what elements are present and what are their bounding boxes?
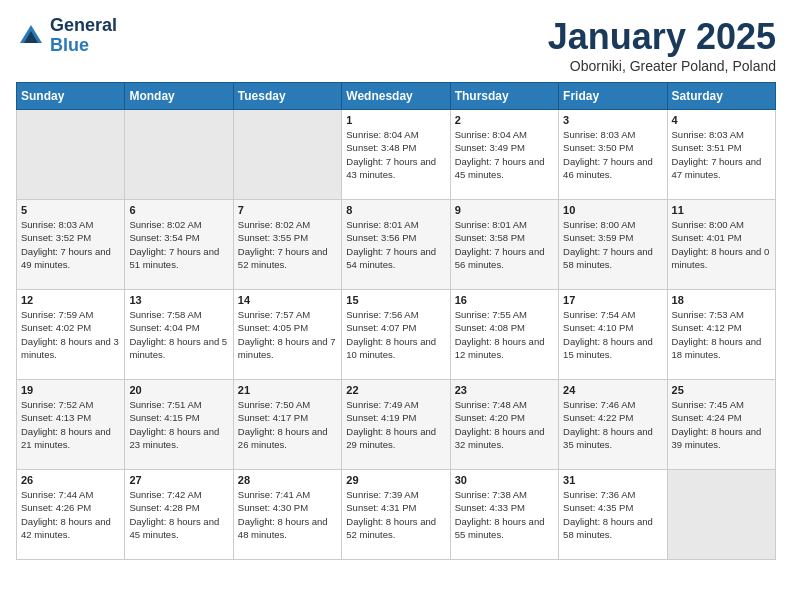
calendar-cell: 26Sunrise: 7:44 AMSunset: 4:26 PMDayligh… xyxy=(17,470,125,560)
calendar-cell: 27Sunrise: 7:42 AMSunset: 4:28 PMDayligh… xyxy=(125,470,233,560)
day-number: 4 xyxy=(672,114,771,126)
calendar-cell: 7Sunrise: 8:02 AMSunset: 3:55 PMDaylight… xyxy=(233,200,341,290)
day-number: 12 xyxy=(21,294,120,306)
calendar-cell: 6Sunrise: 8:02 AMSunset: 3:54 PMDaylight… xyxy=(125,200,233,290)
location-subtitle: Oborniki, Greater Poland, Poland xyxy=(548,58,776,74)
cell-content: Sunrise: 8:03 AMSunset: 3:50 PMDaylight:… xyxy=(563,128,662,181)
day-number: 24 xyxy=(563,384,662,396)
day-number: 9 xyxy=(455,204,554,216)
cell-content: Sunrise: 7:56 AMSunset: 4:07 PMDaylight:… xyxy=(346,308,445,361)
day-number: 11 xyxy=(672,204,771,216)
day-number: 3 xyxy=(563,114,662,126)
calendar-cell xyxy=(17,110,125,200)
cell-content: Sunrise: 7:59 AMSunset: 4:02 PMDaylight:… xyxy=(21,308,120,361)
day-number: 27 xyxy=(129,474,228,486)
calendar-cell: 11Sunrise: 8:00 AMSunset: 4:01 PMDayligh… xyxy=(667,200,775,290)
day-number: 25 xyxy=(672,384,771,396)
day-number: 17 xyxy=(563,294,662,306)
cell-content: Sunrise: 8:02 AMSunset: 3:55 PMDaylight:… xyxy=(238,218,337,271)
day-number: 23 xyxy=(455,384,554,396)
weekday-header: Friday xyxy=(559,83,667,110)
calendar-cell: 24Sunrise: 7:46 AMSunset: 4:22 PMDayligh… xyxy=(559,380,667,470)
calendar-cell: 23Sunrise: 7:48 AMSunset: 4:20 PMDayligh… xyxy=(450,380,558,470)
day-number: 19 xyxy=(21,384,120,396)
cell-content: Sunrise: 7:57 AMSunset: 4:05 PMDaylight:… xyxy=(238,308,337,361)
cell-content: Sunrise: 7:44 AMSunset: 4:26 PMDaylight:… xyxy=(21,488,120,541)
calendar-cell: 29Sunrise: 7:39 AMSunset: 4:31 PMDayligh… xyxy=(342,470,450,560)
cell-content: Sunrise: 7:36 AMSunset: 4:35 PMDaylight:… xyxy=(563,488,662,541)
cell-content: Sunrise: 7:45 AMSunset: 4:24 PMDaylight:… xyxy=(672,398,771,451)
calendar-cell: 10Sunrise: 8:00 AMSunset: 3:59 PMDayligh… xyxy=(559,200,667,290)
cell-content: Sunrise: 8:00 AMSunset: 3:59 PMDaylight:… xyxy=(563,218,662,271)
cell-content: Sunrise: 8:04 AMSunset: 3:49 PMDaylight:… xyxy=(455,128,554,181)
cell-content: Sunrise: 8:01 AMSunset: 3:58 PMDaylight:… xyxy=(455,218,554,271)
page-header: General Blue January 2025 Oborniki, Grea… xyxy=(16,16,776,74)
cell-content: Sunrise: 7:58 AMSunset: 4:04 PMDaylight:… xyxy=(129,308,228,361)
calendar-cell: 4Sunrise: 8:03 AMSunset: 3:51 PMDaylight… xyxy=(667,110,775,200)
weekday-header-row: SundayMondayTuesdayWednesdayThursdayFrid… xyxy=(17,83,776,110)
calendar-week-row: 19Sunrise: 7:52 AMSunset: 4:13 PMDayligh… xyxy=(17,380,776,470)
day-number: 13 xyxy=(129,294,228,306)
cell-content: Sunrise: 7:53 AMSunset: 4:12 PMDaylight:… xyxy=(672,308,771,361)
month-title: January 2025 xyxy=(548,16,776,58)
calendar-cell: 3Sunrise: 8:03 AMSunset: 3:50 PMDaylight… xyxy=(559,110,667,200)
cell-content: Sunrise: 7:39 AMSunset: 4:31 PMDaylight:… xyxy=(346,488,445,541)
day-number: 6 xyxy=(129,204,228,216)
cell-content: Sunrise: 8:03 AMSunset: 3:51 PMDaylight:… xyxy=(672,128,771,181)
cell-content: Sunrise: 7:46 AMSunset: 4:22 PMDaylight:… xyxy=(563,398,662,451)
weekday-header: Thursday xyxy=(450,83,558,110)
cell-content: Sunrise: 7:51 AMSunset: 4:15 PMDaylight:… xyxy=(129,398,228,451)
calendar-week-row: 1Sunrise: 8:04 AMSunset: 3:48 PMDaylight… xyxy=(17,110,776,200)
calendar-cell: 28Sunrise: 7:41 AMSunset: 4:30 PMDayligh… xyxy=(233,470,341,560)
calendar-cell: 30Sunrise: 7:38 AMSunset: 4:33 PMDayligh… xyxy=(450,470,558,560)
calendar-cell xyxy=(233,110,341,200)
day-number: 20 xyxy=(129,384,228,396)
day-number: 5 xyxy=(21,204,120,216)
day-number: 26 xyxy=(21,474,120,486)
calendar-cell xyxy=(667,470,775,560)
calendar-cell: 12Sunrise: 7:59 AMSunset: 4:02 PMDayligh… xyxy=(17,290,125,380)
cell-content: Sunrise: 8:03 AMSunset: 3:52 PMDaylight:… xyxy=(21,218,120,271)
day-number: 28 xyxy=(238,474,337,486)
weekday-header: Wednesday xyxy=(342,83,450,110)
cell-content: Sunrise: 8:04 AMSunset: 3:48 PMDaylight:… xyxy=(346,128,445,181)
title-block: January 2025 Oborniki, Greater Poland, P… xyxy=(548,16,776,74)
day-number: 15 xyxy=(346,294,445,306)
cell-content: Sunrise: 7:50 AMSunset: 4:17 PMDaylight:… xyxy=(238,398,337,451)
calendar-cell: 14Sunrise: 7:57 AMSunset: 4:05 PMDayligh… xyxy=(233,290,341,380)
weekday-header: Monday xyxy=(125,83,233,110)
calendar-table: SundayMondayTuesdayWednesdayThursdayFrid… xyxy=(16,82,776,560)
cell-content: Sunrise: 7:48 AMSunset: 4:20 PMDaylight:… xyxy=(455,398,554,451)
cell-content: Sunrise: 8:01 AMSunset: 3:56 PMDaylight:… xyxy=(346,218,445,271)
calendar-week-row: 5Sunrise: 8:03 AMSunset: 3:52 PMDaylight… xyxy=(17,200,776,290)
cell-content: Sunrise: 7:52 AMSunset: 4:13 PMDaylight:… xyxy=(21,398,120,451)
calendar-cell: 2Sunrise: 8:04 AMSunset: 3:49 PMDaylight… xyxy=(450,110,558,200)
day-number: 30 xyxy=(455,474,554,486)
calendar-cell: 19Sunrise: 7:52 AMSunset: 4:13 PMDayligh… xyxy=(17,380,125,470)
calendar-week-row: 12Sunrise: 7:59 AMSunset: 4:02 PMDayligh… xyxy=(17,290,776,380)
day-number: 7 xyxy=(238,204,337,216)
day-number: 18 xyxy=(672,294,771,306)
day-number: 31 xyxy=(563,474,662,486)
weekday-header: Tuesday xyxy=(233,83,341,110)
day-number: 16 xyxy=(455,294,554,306)
day-number: 22 xyxy=(346,384,445,396)
calendar-cell: 8Sunrise: 8:01 AMSunset: 3:56 PMDaylight… xyxy=(342,200,450,290)
day-number: 8 xyxy=(346,204,445,216)
calendar-cell: 31Sunrise: 7:36 AMSunset: 4:35 PMDayligh… xyxy=(559,470,667,560)
calendar-cell: 15Sunrise: 7:56 AMSunset: 4:07 PMDayligh… xyxy=(342,290,450,380)
day-number: 14 xyxy=(238,294,337,306)
calendar-cell: 18Sunrise: 7:53 AMSunset: 4:12 PMDayligh… xyxy=(667,290,775,380)
cell-content: Sunrise: 7:55 AMSunset: 4:08 PMDaylight:… xyxy=(455,308,554,361)
calendar-week-row: 26Sunrise: 7:44 AMSunset: 4:26 PMDayligh… xyxy=(17,470,776,560)
calendar-cell: 20Sunrise: 7:51 AMSunset: 4:15 PMDayligh… xyxy=(125,380,233,470)
day-number: 21 xyxy=(238,384,337,396)
logo-text: General Blue xyxy=(50,16,117,56)
day-number: 1 xyxy=(346,114,445,126)
cell-content: Sunrise: 7:49 AMSunset: 4:19 PMDaylight:… xyxy=(346,398,445,451)
calendar-cell: 17Sunrise: 7:54 AMSunset: 4:10 PMDayligh… xyxy=(559,290,667,380)
calendar-cell: 22Sunrise: 7:49 AMSunset: 4:19 PMDayligh… xyxy=(342,380,450,470)
cell-content: Sunrise: 8:02 AMSunset: 3:54 PMDaylight:… xyxy=(129,218,228,271)
calendar-cell: 16Sunrise: 7:55 AMSunset: 4:08 PMDayligh… xyxy=(450,290,558,380)
calendar-cell: 9Sunrise: 8:01 AMSunset: 3:58 PMDaylight… xyxy=(450,200,558,290)
